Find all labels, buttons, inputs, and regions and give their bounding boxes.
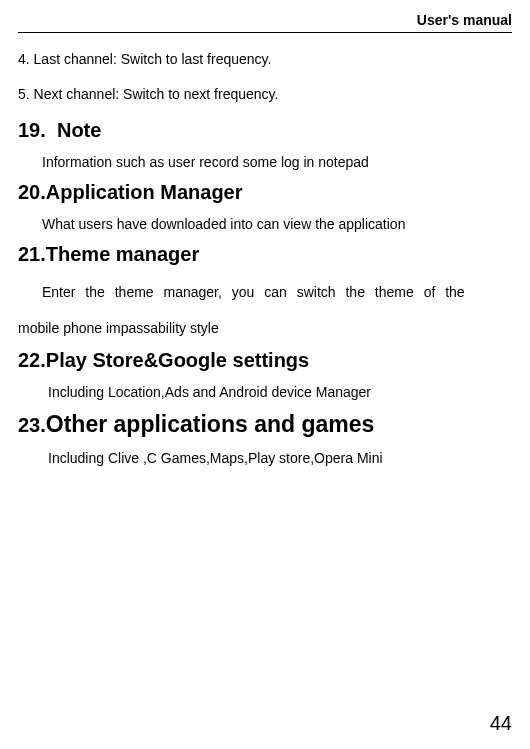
section-desc-19: Information such as user record some log…	[42, 152, 512, 173]
section-title-23: Other applications and games	[46, 411, 374, 437]
section-title-22: Play Store&Google settings	[46, 349, 309, 371]
section-desc-22: Including Location,Ads and Android devic…	[48, 382, 512, 403]
body-text-line-4: 4. Last channel: Switch to last frequenc…	[18, 49, 512, 70]
body-text-line-5: 5. Next channel: Switch to next frequenc…	[18, 84, 512, 105]
section-heading-20: 20.Application Manager	[18, 181, 512, 204]
section-number-19: 19.	[18, 119, 46, 141]
section-desc-21-line1: Enter the theme manager, you can switch …	[18, 276, 512, 310]
section-desc-21: Enter the theme manager, you can switch …	[18, 276, 512, 345]
section-desc-20: What users have downloaded into can view…	[42, 214, 512, 235]
section-desc-21-line2: mobile phone impassability style	[18, 312, 512, 346]
section-number-20: 20.	[18, 181, 46, 203]
section-title-19: Note	[57, 119, 101, 141]
header-title: User's manual	[417, 12, 512, 28]
section-desc-23: Including Clive ,C Games,Maps,Play store…	[48, 448, 512, 469]
section-heading-21: 21.Theme manager	[18, 243, 512, 266]
section-title-20: Application Manager	[46, 181, 243, 203]
section-number-22: 22.	[18, 349, 46, 371]
page-header: User's manual	[18, 12, 512, 33]
section-heading-19: 19. Note	[18, 119, 512, 142]
section-heading-22: 22.Play Store&Google settings	[18, 349, 512, 372]
section-title-21: Theme manager	[46, 243, 199, 265]
section-number-23: 23.	[18, 414, 46, 436]
page-number: 44	[490, 712, 512, 735]
section-heading-23: 23.Other applications and games	[18, 411, 512, 438]
section-number-21: 21.	[18, 243, 46, 265]
